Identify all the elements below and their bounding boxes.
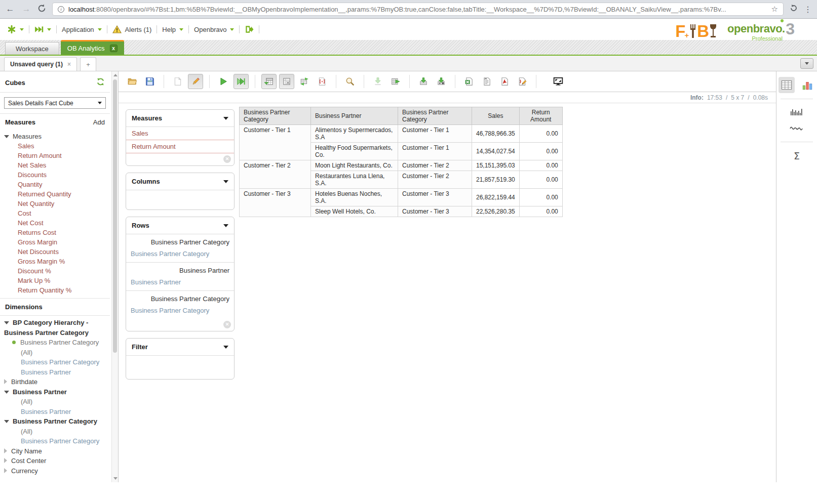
scroll-up-icon[interactable]	[113, 74, 118, 76]
application-menu[interactable]: Application	[62, 26, 102, 33]
collapse-icon[interactable]	[4, 321, 9, 324]
quick-run-button[interactable]	[34, 25, 51, 34]
scrollbar-thumb[interactable]	[113, 79, 117, 353]
dimension-node[interactable]: BP Category Hierarchy - Business Partner…	[4, 318, 110, 338]
row-header-cell[interactable]: Customer - Tier 3	[398, 206, 472, 217]
column-header[interactable]: Business Partner Category	[240, 107, 311, 125]
logout-button[interactable]	[245, 25, 254, 34]
export-drill-through-button[interactable]	[388, 74, 403, 89]
row-header-cell[interactable]: Customer - Tier 1	[240, 125, 311, 160]
level-chip[interactable]: Business Partner Category	[131, 306, 229, 315]
cube-select[interactable]: Sales Details Fact Cube	[4, 97, 106, 109]
expand-icon[interactable]	[4, 468, 7, 473]
row-header-cell[interactable]: Customer - Tier 1	[398, 143, 472, 160]
measure-item[interactable]: Return Quantity %	[4, 285, 110, 295]
measure-item[interactable]: Gross Margin %	[4, 257, 110, 266]
browser-reload-icon[interactable]	[37, 4, 46, 15]
quick-launch-button[interactable]	[7, 25, 24, 34]
data-cell[interactable]: 26,822,159.44	[472, 189, 520, 206]
dimension-level-active[interactable]: Business Partner Category	[4, 338, 110, 348]
row-header-cell[interactable]: Customer - Tier 2	[398, 171, 472, 189]
page-info-icon[interactable]: i	[58, 6, 64, 13]
level-chip[interactable]: Business Partner	[131, 277, 229, 287]
chart-view-button[interactable]	[799, 77, 815, 93]
help-menu[interactable]: Help	[162, 26, 183, 33]
measures-tree-root[interactable]: Measures	[4, 132, 110, 141]
level-chip[interactable]: Business Partner Category	[131, 249, 229, 259]
data-cell[interactable]: 22,526,280.35	[472, 206, 520, 217]
tab-list-dropdown-button[interactable]	[800, 58, 813, 69]
drill-through-button[interactable]	[370, 74, 385, 89]
alerts-button[interactable]: Alerts (1)	[112, 25, 152, 34]
query-scenario-button[interactable]	[434, 74, 449, 89]
dimension-node[interactable]: Currency	[4, 466, 110, 476]
swap-axis-button[interactable]	[297, 74, 312, 89]
row-header-cell[interactable]: Customer - Tier 1	[398, 125, 472, 143]
sparkline-bars-button[interactable]	[790, 107, 803, 115]
browser-history-icon[interactable]	[790, 4, 798, 14]
measure-item[interactable]: Return Amount	[4, 151, 110, 160]
export-csv-button[interactable]	[479, 74, 494, 89]
collapse-icon[interactable]	[4, 391, 9, 394]
measures-drop-zone[interactable]: ✕	[126, 153, 234, 165]
query-tab-close-icon[interactable]: ×	[67, 61, 71, 68]
query-tab-unsaved[interactable]: Unsaved query (1) ×	[4, 57, 77, 71]
dimension-node[interactable]: Business Partner Category	[4, 416, 110, 427]
sparkline-line-button[interactable]	[790, 124, 804, 132]
export-xls-button[interactable]	[461, 74, 477, 89]
data-cell[interactable]: 0.00	[519, 171, 562, 189]
export-pdf-button[interactable]	[497, 74, 512, 89]
data-cell[interactable]: 21,857,519.30	[472, 171, 520, 189]
expand-icon[interactable]	[4, 448, 7, 453]
row-header-cell[interactable]: Healthy Food Supermarkets, Co.	[311, 143, 398, 160]
save-query-button[interactable]	[142, 74, 158, 89]
explain-query-button[interactable]	[416, 74, 431, 89]
browser-menu-icon[interactable]: ⋮	[804, 5, 812, 14]
dimension-node[interactable]: Birthdate	[4, 377, 110, 387]
row-header-cell[interactable]: Customer - Tier 3	[240, 189, 311, 217]
dimension-node[interactable]: Cost Center	[4, 456, 110, 466]
browser-forward-icon[interactable]: →	[21, 4, 31, 14]
edit-mode-button[interactable]	[188, 74, 203, 89]
row-header-cell[interactable]: Hoteles Buenas Noches, S.A.	[311, 189, 398, 206]
data-cell[interactable]: 15,151,395.03	[472, 160, 520, 171]
measure-item[interactable]: Cost	[4, 208, 110, 218]
dimension-level[interactable]: Business Partner	[4, 407, 110, 417]
edit-mdx-button[interactable]	[515, 74, 530, 89]
table-view-button[interactable]	[779, 77, 795, 93]
dimension-level[interactable]: (All)	[4, 397, 110, 407]
row-header-cell[interactable]: Sleep Well Hotels, Co.	[311, 206, 398, 217]
measure-item[interactable]: Mark Up %	[4, 276, 110, 285]
sidebar-scrollbar[interactable]	[111, 71, 118, 482]
measure-item[interactable]: Returns Cost	[4, 228, 110, 237]
row-header-cell[interactable]: Moon Light Restaurants, Co.	[311, 160, 398, 171]
row-header-cell[interactable]: Customer - Tier 3	[398, 189, 472, 206]
tab-ob-analytics[interactable]: OB Analytics x	[61, 40, 124, 55]
zoom-button[interactable]	[342, 74, 358, 89]
browser-back-icon[interactable]: ←	[5, 4, 15, 14]
tab-close-icon[interactable]: x	[110, 45, 118, 52]
row-header-cell[interactable]: Restaurantes Luna Llena, S.A.	[311, 171, 398, 189]
clear-axis-icon[interactable]: ✕	[223, 321, 231, 328]
measures-panel-header[interactable]: Measures	[126, 110, 234, 127]
measure-item[interactable]: Sales	[4, 141, 110, 151]
row-header-cell[interactable]: Customer - Tier 2	[398, 160, 472, 171]
row-header-cell[interactable]: Alimentos y Supermercados, S.A	[311, 125, 398, 143]
columns-panel-header[interactable]: Columns	[126, 173, 234, 190]
columns-drop-zone[interactable]	[126, 190, 234, 209]
refresh-cubes-icon[interactable]	[96, 77, 105, 88]
measure-item[interactable]: Net Cost	[4, 218, 110, 228]
measure-item[interactable]: Quantity	[4, 180, 110, 189]
dimension-level[interactable]: (All)	[4, 348, 110, 358]
dimension-node[interactable]: City Name	[4, 446, 110, 456]
non-empty-button[interactable]	[315, 74, 330, 89]
user-menu[interactable]: Openbravo	[194, 26, 234, 33]
collapse-icon[interactable]	[4, 420, 9, 423]
measure-item[interactable]: Discount %	[4, 266, 110, 276]
filter-drop-zone[interactable]	[126, 356, 234, 379]
measure-chip[interactable]: Return Amount	[126, 140, 234, 153]
data-cell[interactable]: 14,354,027.54	[472, 143, 520, 160]
hide-parents-button[interactable]	[261, 74, 277, 89]
measure-chip[interactable]: Sales	[126, 127, 234, 140]
clear-axis-icon[interactable]: ✕	[223, 155, 231, 163]
